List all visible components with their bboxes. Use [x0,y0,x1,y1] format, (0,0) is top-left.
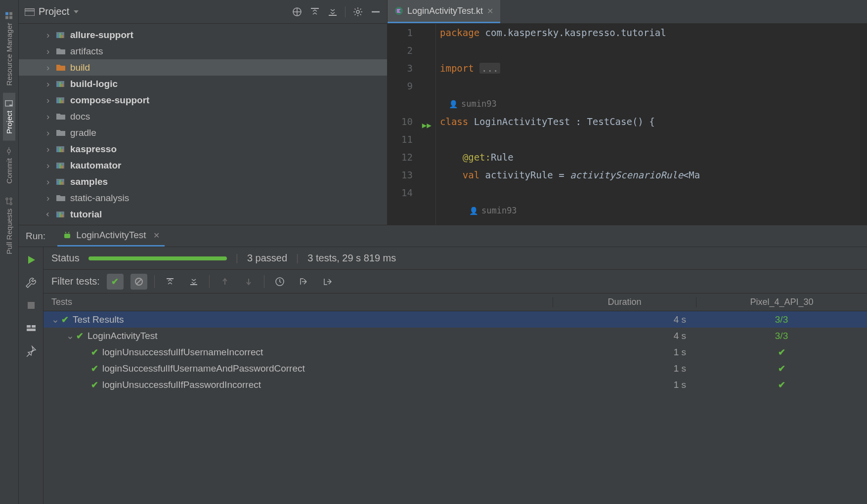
tree-item-gradle[interactable]: ›gradle [19,125,387,141]
import-tests-button[interactable] [295,274,312,290]
tree-item-allure-support[interactable]: ›allure-support [19,27,387,43]
tree-item-tutorial[interactable]: ⌄tutorial [19,206,387,222]
chevron-icon: › [46,62,52,73]
test-name-label: Test Results [73,314,124,325]
run-tab-name: LoginActivityTest [76,230,146,241]
sidebar-resource-manager[interactable]: Resource Manager [3,5,15,93]
svg-rect-46 [57,213,59,217]
gear-icon[interactable] [352,6,363,17]
tree-item-label: compose-support [70,95,149,106]
test-duration: 4 s [553,331,696,341]
test-row[interactable]: ✔loginUnsuccessfulIfPasswordIncorrect1 s… [43,377,867,393]
collapse-all-icon[interactable] [327,6,338,17]
chevron-icon: › [46,127,52,138]
col-tests[interactable]: Tests [43,297,553,307]
tree-item-build-logic[interactable]: ›build-logic [19,76,387,92]
tree-item-label: static-analysis [70,193,129,204]
filter-label: Filter tests: [51,276,100,287]
svg-rect-39 [59,164,61,168]
code-content[interactable]: package com.kaspersky.kaspresso.tutorial… [436,24,867,225]
run-config-tab[interactable]: LoginActivityTest ✕ [57,225,165,247]
run-tool-window: Run: LoginActivityTest ✕ Status | [19,225,867,504]
project-title-icon [25,8,35,16]
tree-item-static-analysis[interactable]: ›static-analysis [19,190,387,206]
stop-icon[interactable] [25,299,37,311]
sidebar-commit[interactable]: Commit [3,140,15,191]
test-row[interactable]: ⌄✔LoginActivityTest4 s3/3 [43,328,867,344]
tree-item-label: gradle [70,127,96,138]
svg-rect-57 [32,325,36,328]
code-editor[interactable]: 123910▶▶11121314 package com.kaspersky.k… [388,24,867,225]
chevron-down-icon: ⌄ [51,314,57,325]
col-duration[interactable]: Duration [553,297,696,307]
tree-item-label: kautomator [70,160,121,171]
chevron-icon: › [46,95,52,106]
tree-item-label: kaspresso [70,144,117,155]
svg-rect-28 [61,84,63,87]
folder-icon [56,129,66,137]
test-row[interactable]: ⌄✔Test Results4 s3/3 [43,311,867,328]
test-row[interactable]: ✔loginUnsuccessfulIfUsernameIncorrect1 s… [43,344,867,360]
collapse-all-button[interactable] [185,274,202,290]
tree-item-label: artifacts [70,46,103,57]
svg-rect-48 [61,214,63,217]
test-history-button[interactable] [271,274,288,290]
close-icon[interactable]: ✕ [153,231,160,240]
chevron-icon: › [46,144,52,155]
author-icon: 👤 [469,207,478,215]
run-toolbar [19,247,43,504]
editor-tab-filename: LoginActivityTest.kt [407,6,483,16]
svg-rect-5 [10,105,13,106]
run-label: Run: [26,231,45,242]
close-icon[interactable]: ✕ [487,6,493,16]
col-device[interactable]: Pixel_4_API_30 [696,297,867,307]
svg-rect-22 [57,34,59,38]
tree-item-build[interactable]: ›build [19,59,387,76]
pass-icon: ✔ [91,363,98,374]
test-results-tree[interactable]: ⌄✔Test Results4 s3/3⌄✔LoginActivityTest4… [43,311,867,393]
wrench-icon[interactable] [25,277,37,289]
prev-failed-button[interactable] [217,274,233,290]
run-gutter-icon[interactable]: ▶▶ [422,117,432,134]
export-tests-button[interactable] [319,274,336,290]
sidebar-project[interactable]: Project [3,93,15,141]
tree-item-label: allure-support [70,30,133,41]
show-passed-button[interactable]: ✔ [107,274,124,290]
tree-item-label: tutorial [70,209,102,220]
tree-item-docs[interactable]: ›docs [19,108,387,125]
expand-all-button[interactable] [162,274,178,290]
sidebar-pull-requests[interactable]: Pull Requests [3,191,15,261]
folder-icon [56,194,66,202]
tree-item-kaspresso[interactable]: ›kaspresso [19,141,387,157]
tree-item-label: samples [70,176,108,187]
svg-rect-35 [59,147,61,152]
svg-rect-50 [64,234,70,238]
tree-item-compose-support[interactable]: ›compose-support [19,92,387,108]
layout-icon[interactable] [25,322,37,334]
tree-item-label: build-logic [70,79,118,89]
test-table-header: Tests Duration Pixel_4_API_30 [43,294,867,311]
select-opened-file-icon[interactable] [292,6,303,17]
tree-item-artifacts[interactable]: ›artifacts [19,43,387,59]
tree-item-kautomator[interactable]: ›kautomator [19,157,387,173]
run-icon[interactable] [25,254,37,266]
pin-icon[interactable] [25,345,37,357]
test-filter-bar: Filter tests: ✔ [43,270,867,294]
passed-count: 3 passed [247,252,287,264]
next-failed-button[interactable] [240,274,257,290]
show-ignored-button[interactable] [130,274,147,290]
tree-item-samples[interactable]: ›samples [19,173,387,190]
expand-all-icon[interactable] [309,6,320,17]
test-row[interactable]: ✔loginSuccessfulIfUsernameAndPasswordCor… [43,360,867,377]
svg-point-6 [8,150,11,153]
svg-rect-24 [61,35,63,38]
folder-icon [56,47,66,55]
hide-icon[interactable] [370,6,381,17]
project-view-selector[interactable]: Project [25,6,79,17]
project-tree[interactable]: ›allure-support›artifacts›build›build-lo… [19,24,387,225]
editor-tabs: LoginActivityTest.kt ✕ [388,0,867,24]
svg-rect-38 [57,165,59,168]
svg-rect-26 [57,83,59,87]
editor-tab[interactable]: LoginActivityTest.kt ✕ [388,0,500,23]
kotlin-file-icon [394,6,403,15]
